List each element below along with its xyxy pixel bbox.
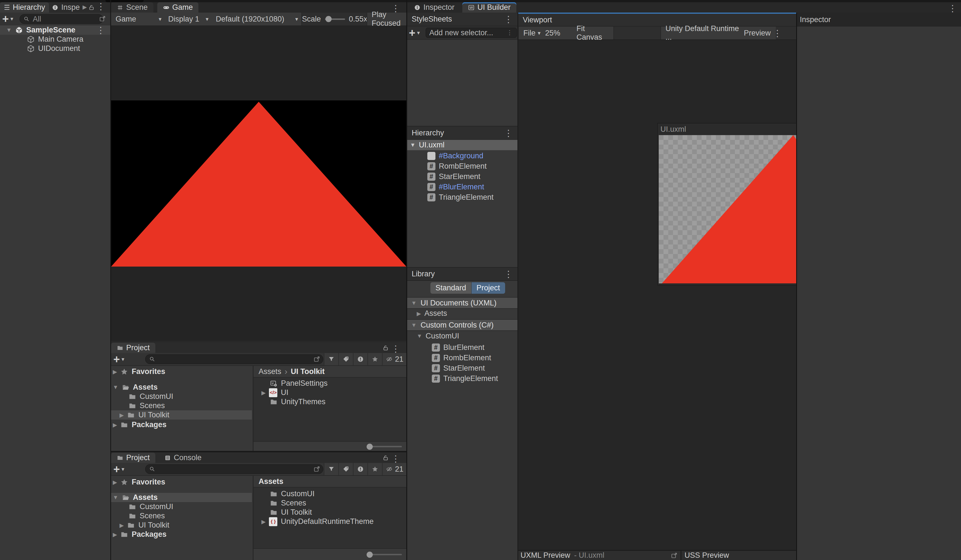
tree-row-packages[interactable]: Packages <box>111 530 252 539</box>
favorites-filter-button[interactable] <box>368 463 382 475</box>
library-row-starelement[interactable]: StarElement <box>407 363 517 374</box>
lock-icon[interactable] <box>382 454 389 461</box>
tree-row-scene[interactable]: SampleScene <box>0 26 110 35</box>
lock-icon[interactable] <box>382 345 389 351</box>
breadcrumb-root[interactable]: Assets <box>259 367 281 376</box>
search-by-label-button[interactable] <box>338 463 353 475</box>
preview-button[interactable]: Preview <box>739 27 776 39</box>
expander-icon[interactable] <box>411 322 417 328</box>
tree-row-assets-selected[interactable]: Assets <box>111 493 252 502</box>
tree-row-customui[interactable]: CustomUI <box>111 392 252 401</box>
search-in-icon[interactable] <box>313 466 320 472</box>
expander-icon[interactable] <box>113 479 117 486</box>
hidden-count-button[interactable]: 21 <box>382 353 407 365</box>
tab-console[interactable]: Console <box>159 452 207 463</box>
panel-menu-icon[interactable] <box>391 344 400 353</box>
stylesheets-menu-icon[interactable] <box>504 15 513 24</box>
element-row-star[interactable]: StarElement <box>407 172 517 182</box>
library-tab-project[interactable]: Project <box>471 282 505 294</box>
tree-row-uidocument[interactable]: UIDocument <box>0 44 110 53</box>
tree-row-favorites[interactable]: Favorites <box>111 367 252 376</box>
thumbnail-size-slider[interactable] <box>366 552 373 558</box>
element-row-romb[interactable]: RombElement <box>407 161 517 172</box>
expander-icon[interactable] <box>113 494 118 501</box>
expander-icon[interactable] <box>113 384 118 390</box>
element-row-background[interactable]: #Background <box>407 151 517 161</box>
expander-icon[interactable] <box>119 522 124 529</box>
library-row-customui[interactable]: CustomUI <box>407 331 517 341</box>
expander-icon[interactable] <box>417 333 422 339</box>
search-by-label-button[interactable] <box>338 353 353 365</box>
library-row-blurelement[interactable]: BlurElement <box>407 342 517 353</box>
search-by-type-button[interactable] <box>324 463 338 475</box>
expander-icon[interactable] <box>411 300 417 306</box>
canvas-title[interactable]: UI.uxml <box>660 124 686 135</box>
scene-picker-icon[interactable] <box>99 15 106 22</box>
search-importlog-button[interactable] <box>353 353 368 365</box>
thumbnail-size-slider[interactable] <box>366 444 373 450</box>
divider[interactable] <box>681 551 681 560</box>
tab-project[interactable]: Project <box>111 452 155 463</box>
tree-row-ui-toolkit[interactable]: UI Toolkit <box>111 521 252 530</box>
panel-menu-icon[interactable] <box>96 2 106 11</box>
uss-preview-bar[interactable]: USS Preview <box>685 551 729 560</box>
play-focused-button[interactable]: Play Focused <box>366 13 407 26</box>
tree-row-assets[interactable]: Assets <box>111 383 252 392</box>
tab-overflow-icon[interactable] <box>82 4 87 10</box>
expander-icon[interactable] <box>113 422 117 428</box>
expander-icon[interactable] <box>113 531 117 538</box>
library-section-cs[interactable]: Custom Controls (C#) <box>407 319 521 331</box>
project-search-input[interactable] <box>145 464 323 474</box>
search-importlog-button[interactable] <box>353 463 368 475</box>
breadcrumb-current[interactable]: UI Toolkit <box>291 367 325 376</box>
resolution-dropdown[interactable]: Default (1920x1080) <box>211 13 302 26</box>
expander-icon[interactable] <box>410 142 416 148</box>
window-menu-icon[interactable] <box>948 4 957 13</box>
create-button[interactable] <box>2 14 13 24</box>
tab-scene[interactable]: Scene <box>111 2 153 13</box>
tab-inspector-left[interactable]: Inspe <box>49 2 82 13</box>
uxml-canvas-frame[interactable]: UI.uxml <box>657 123 796 285</box>
game-mode-dropdown[interactable]: Game <box>111 13 166 26</box>
tree-row-scenes[interactable]: Scenes <box>111 511 252 521</box>
library-row-assets[interactable]: Assets <box>407 308 517 319</box>
tree-row-favorites[interactable]: Favorites <box>111 478 252 487</box>
tree-row-packages[interactable]: Packages <box>111 420 252 429</box>
viewport-menu-icon[interactable] <box>773 29 782 38</box>
search-by-type-button[interactable] <box>324 353 338 365</box>
tab-project[interactable]: Project <box>111 343 155 353</box>
tree-row-scenes[interactable]: Scenes <box>111 401 252 410</box>
expander-icon[interactable] <box>261 518 265 525</box>
file-row-panelsettings[interactable]: PanelSettings <box>254 379 407 388</box>
tab-inspector[interactable]: Inspector <box>408 2 460 13</box>
uxml-root-row[interactable]: UI.uxml <box>407 140 517 150</box>
canvas-triangle-element[interactable] <box>659 135 796 283</box>
scale-slider[interactable] <box>325 16 345 22</box>
file-row-ui-toolkit[interactable]: UI Toolkit <box>254 508 407 517</box>
panel-menu-icon[interactable] <box>391 454 400 463</box>
create-button[interactable] <box>113 464 124 474</box>
tab-ui-builder[interactable]: UI Builder <box>462 2 516 13</box>
library-row-rombelement[interactable]: RombElement <box>407 353 517 363</box>
library-row-triangleelement[interactable]: TriangleElement <box>407 374 517 384</box>
tree-row-ui-toolkit-selected[interactable]: UI Toolkit <box>111 410 252 420</box>
expander-icon[interactable] <box>6 27 12 33</box>
hidden-count-button[interactable]: 21 <box>382 463 407 475</box>
favorites-filter-button[interactable] <box>368 353 382 365</box>
tree-row-main-camera[interactable]: Main Camera <box>0 35 110 44</box>
library-menu-icon[interactable] <box>504 270 513 279</box>
uxml-preview-bar[interactable]: UXML Preview - UI.uxml <box>521 551 604 560</box>
tab-hierarchy[interactable]: ☰ Hierarchy <box>0 2 49 13</box>
open-external-icon[interactable] <box>671 552 678 559</box>
hierarchy-search-input[interactable]: All <box>19 14 103 24</box>
file-row-customui[interactable]: CustomUI <box>254 489 407 499</box>
display-dropdown[interactable]: Display 1 <box>164 13 212 26</box>
theme-dropdown[interactable]: Unity Default Runtime ... <box>660 27 748 39</box>
expander-icon[interactable] <box>113 368 117 375</box>
canvas-checker-area[interactable] <box>659 135 796 283</box>
element-row-blur[interactable]: #BlurElement <box>407 182 517 192</box>
library-section-uxml[interactable]: UI Documents (UXML) <box>407 297 521 309</box>
file-row-ui[interactable]: </> UI <box>254 388 407 397</box>
tree-row-customui[interactable]: CustomUI <box>111 502 252 511</box>
library-tab-standard[interactable]: Standard <box>431 282 471 294</box>
